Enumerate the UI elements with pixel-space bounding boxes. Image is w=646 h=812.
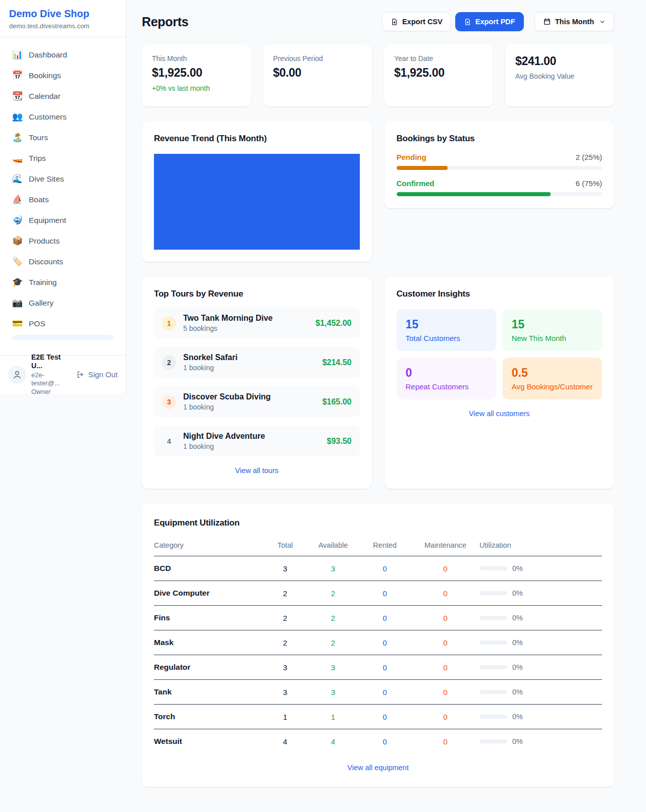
stat-label: Previous Period [273, 54, 362, 63]
sidebar: Demo Dive Shop demo.test.divestreams.com… [0, 0, 126, 393]
user-role: Owner [31, 388, 71, 396]
bookings-calendar-icon: 📅 [12, 70, 22, 81]
view-all-customers-link[interactable]: View all customers [397, 410, 603, 418]
user-icon [12, 370, 22, 380]
user-meta: E2E Test U... e2e-tester@... Owner [31, 353, 71, 396]
column-header-rented: Rented [358, 535, 411, 556]
utilization-percent: 0% [512, 639, 523, 647]
stat-card-avg-booking-value: $241.00 Avg Booking Value [505, 44, 614, 106]
insight-grid: 15 Total Customers 15 New This Month 0 R… [397, 309, 603, 399]
utilization-percent: 0% [512, 663, 523, 671]
sidebar-item-calendar[interactable]: 📆 Calendar [6, 86, 120, 106]
utilization-percent: 0% [512, 688, 523, 696]
cell-utilization: 0% [479, 581, 602, 606]
sidebar-item-bookings[interactable]: 📅 Bookings [6, 65, 120, 86]
table-row: Torch 1 1 0 0 0% [154, 705, 602, 729]
stat-value: $241.00 [515, 54, 604, 68]
sidebar-item-label: Dashboard [29, 50, 67, 60]
tile-label: Total Customers [406, 334, 487, 342]
cell-category: Torch [154, 705, 262, 729]
utilization-percent: 0% [512, 713, 523, 721]
tour-amount: $1,452.00 [315, 319, 351, 328]
sign-out-button[interactable]: Sign Out [76, 370, 118, 379]
sidebar-item-label: Products [29, 237, 60, 246]
tour-amount: $93.50 [327, 437, 352, 446]
cell-available: 4 [308, 729, 358, 754]
bookings-by-status-title: Bookings by Status [397, 134, 603, 144]
sidebar-item-discounts[interactable]: 🏷️ Discounts [6, 251, 120, 272]
sidebar-item-dashboard[interactable]: 📊 Dashboard [6, 44, 120, 65]
sidebar-item-label: Dive Sites [29, 175, 64, 184]
sidebar-item-equipment[interactable]: 🤿 Equipment [6, 210, 120, 230]
column-header-available: Available [308, 535, 358, 556]
column-header-maintenance: Maintenance [411, 535, 479, 556]
file-download-icon [391, 18, 398, 26]
cell-rented: 0 [358, 680, 411, 705]
sidebar-item-training[interactable]: 🎓 Training [6, 272, 120, 293]
tour-name: Snorkel Safari [183, 353, 238, 362]
calendar-icon: 📆 [12, 91, 22, 101]
revenue-trend-card: Revenue Trend (This Month) [142, 122, 372, 262]
sidebar-item-label: Boats [29, 195, 49, 204]
view-all-tours-link[interactable]: View all tours [154, 467, 360, 475]
revenue-trend-chart [154, 154, 360, 250]
cell-rented: 0 [358, 556, 411, 581]
package-icon: 📦 [12, 236, 22, 246]
brand-domain: demo.test.divestreams.com [9, 22, 117, 30]
chevron-down-icon [599, 19, 606, 25]
sidebar-item-products[interactable]: 📦 Products [6, 230, 120, 251]
graduation-cap-icon: 🎓 [12, 277, 22, 287]
sidebar-item-gallery[interactable]: 📷 Gallery [6, 293, 120, 313]
cell-utilization: 0% [479, 680, 602, 705]
sign-out-icon [76, 370, 85, 379]
top-tours-title: Top Tours by Revenue [154, 289, 360, 299]
sidebar-item-pos[interactable]: 💳 POS [6, 313, 120, 334]
period-dropdown[interactable]: This Month [534, 12, 614, 31]
export-pdf-button[interactable]: Export PDF [455, 12, 524, 31]
utilization-bar [479, 690, 507, 694]
cell-maintenance: 0 [411, 680, 479, 705]
tile-value: 0 [406, 366, 487, 380]
cell-rented: 0 [358, 630, 411, 655]
sidebar-item-customers[interactable]: 👥 Customers [6, 106, 120, 127]
column-header-category: Category [154, 535, 262, 556]
rank-badge: 4 [162, 434, 176, 448]
tile-label: Avg Bookings/Customer [512, 382, 593, 391]
cell-utilization: 0% [479, 556, 602, 581]
customer-insights-card: Customer Insights 15 Total Customers 15 … [385, 277, 615, 489]
sidebar-item-trips[interactable]: 🚤 Trips [6, 148, 120, 168]
island-icon: 🏝️ [12, 132, 22, 143]
cell-category: Tank [154, 680, 262, 705]
cell-category: Wetsuit [154, 729, 262, 754]
tour-row: 1 Two Tank Morning Dive 5 bookings $1,45… [154, 308, 360, 338]
equipment-table-header-row: Category Total Available Rented Maintena… [154, 535, 602, 556]
status-count: 2 (25%) [575, 153, 602, 161]
main-content: Reports Export CSV Export PDF [126, 0, 646, 787]
cell-total: 1 [262, 705, 308, 729]
sidebar-item-dive-sites[interactable]: 🌊 Dive Sites [6, 168, 120, 189]
cell-total: 4 [262, 729, 308, 754]
sign-out-label: Sign Out [88, 370, 118, 379]
utilization-bar [479, 641, 507, 645]
header-actions: Export CSV Export PDF This Month [382, 12, 614, 31]
sidebar-item-tours[interactable]: 🏝️ Tours [6, 127, 120, 148]
sidebar-item-label: Customers [29, 112, 67, 122]
sidebar-item-reports-partial[interactable] [12, 335, 114, 340]
export-csv-button[interactable]: Export CSV [382, 12, 451, 31]
utilization-bar [479, 566, 507, 570]
view-all-equipment-link[interactable]: View all equipment [154, 764, 602, 772]
user-name: E2E Test U... [31, 353, 71, 371]
cell-maintenance: 0 [411, 705, 479, 729]
table-row: Wetsuit 4 4 0 0 0% [154, 729, 602, 754]
cell-available: 2 [308, 606, 358, 630]
cell-maintenance: 0 [411, 581, 479, 606]
user-panel: E2E Test U... e2e-tester@... Owner Sign … [0, 355, 126, 393]
stat-value: $1,925.00 [152, 66, 241, 80]
sidebar-item-label: POS [29, 319, 45, 328]
sidebar-item-boats[interactable]: ⛵ Boats [6, 189, 120, 210]
equipment-table: Category Total Available Rented Maintena… [154, 535, 602, 753]
cell-rented: 0 [358, 705, 411, 729]
cell-available: 1 [308, 705, 358, 729]
cell-available: 3 [308, 655, 358, 680]
cell-total: 2 [262, 581, 308, 606]
